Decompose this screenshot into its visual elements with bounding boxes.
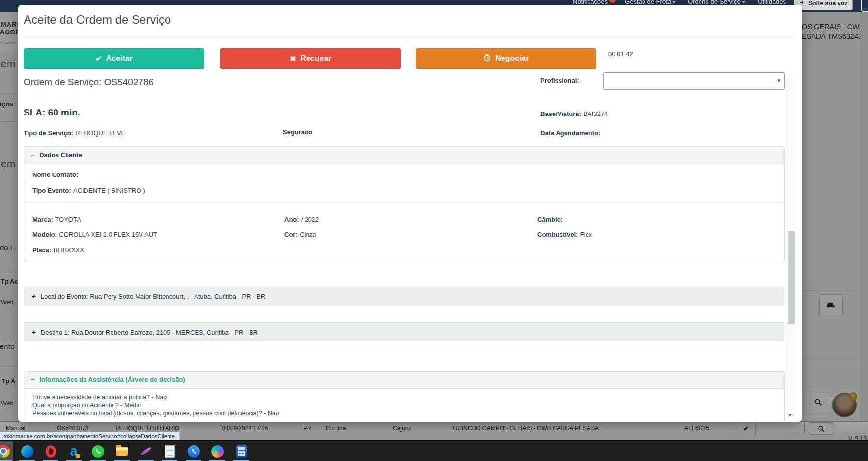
- data-agendamento-field: Data Agendamento:: [540, 128, 600, 137]
- file-explorer-icon: [116, 447, 128, 456]
- session-icon[interactable]: [861, 0, 868, 12]
- taskbar-edge[interactable]: [17, 441, 37, 461]
- modal-scrollbar[interactable]: ▾: [787, 78, 795, 418]
- chrome-icon: [0, 445, 10, 458]
- taskbar-notepad[interactable]: [160, 441, 179, 461]
- notification-badge: [609, 0, 616, 3]
- modelo-field: Modelo: COROLLA XEI 2.0 FLEX 16V AUT: [32, 230, 157, 239]
- order-number: Ordem de Serviço: OS5402786: [24, 77, 154, 87]
- cor-field: Cor: Cinza: [284, 230, 316, 239]
- negotiate-button[interactable]: Negociar: [416, 48, 596, 69]
- placa-field: Placa: RHBXXXX: [32, 245, 84, 254]
- scrollbar-thumb[interactable]: [788, 231, 795, 324]
- modal-title: Aceite da Ordem de Serviço: [24, 13, 171, 27]
- taskbar-phone-app[interactable]: [184, 441, 203, 461]
- blue-a-app-icon: a: [70, 445, 77, 458]
- assistencia-panel: − Informações da Assistência (Árvore de …: [24, 371, 785, 422]
- accept-button[interactable]: ✔ Aceitar: [24, 48, 204, 69]
- assistencia-answers: Houve a necessidade de acionar a polícia…: [32, 393, 279, 418]
- dados-cliente-header[interactable]: − Dados Cliente: [24, 147, 784, 164]
- notepad-icon: [165, 445, 175, 458]
- opera-icon: [46, 445, 56, 458]
- sla-label: SLA: 60 min.: [24, 107, 80, 118]
- taskbar-opera[interactable]: [41, 441, 60, 461]
- service-order-accept-modal: Aceite da Ordem de Serviço ✔ Aceitar ✖ R…: [18, 5, 802, 422]
- divider: [24, 202, 784, 203]
- calculator-icon: [236, 445, 247, 458]
- countdown-timer: 00:01:42: [608, 50, 633, 58]
- taskbar-chrome[interactable]: [0, 441, 13, 461]
- edge-icon: [21, 445, 33, 458]
- chevron-down-icon: ▾: [777, 77, 780, 84]
- taskbar-file-explorer[interactable]: [112, 441, 132, 461]
- professional-select[interactable]: ▾: [603, 72, 785, 90]
- screen: MARIN ADORA A CONFIA em iços em do L Tp …: [0, 0, 868, 461]
- chevron-down-icon: ▾: [673, 0, 675, 5]
- windows-taskbar: a: [0, 440, 868, 461]
- taskbar-feather-app[interactable]: [136, 441, 156, 461]
- chevron-down-icon: ▾: [742, 0, 745, 5]
- expand-plus-icon: +: [32, 292, 36, 300]
- taskbar-whatsapp[interactable]: [88, 441, 108, 461]
- expand-plus-icon: +: [32, 328, 36, 336]
- segurado-label: Segurado: [283, 128, 312, 136]
- assistencia-header[interactable]: − Informações da Assistência (Árvore de …: [24, 372, 784, 389]
- divider: [23, 38, 794, 38]
- dados-cliente-panel: − Dados Cliente Nome Contato: Tipo Event…: [24, 146, 785, 262]
- cross-icon: ✖: [290, 54, 296, 63]
- collapse-minus-icon: −: [31, 376, 35, 383]
- local-evento-collapsed-bar[interactable]: + Local do Evento: Rua Pery Sotto Maior …: [24, 287, 784, 305]
- copilot-icon: [211, 445, 224, 458]
- professional-label: Profissional:: [540, 77, 579, 84]
- scroll-down-icon[interactable]: ▾: [789, 412, 791, 418]
- ano-field: Ano: / 2022: [284, 215, 319, 224]
- refuse-button[interactable]: ✖ Recusar: [220, 48, 401, 69]
- whatsapp-icon: [92, 445, 104, 458]
- taskbar-blue-a-app[interactable]: a: [64, 441, 84, 461]
- voice-button[interactable]: Solte sua voz: [794, 0, 853, 10]
- taskbar-calculator[interactable]: [231, 441, 251, 461]
- tipo-servico-field: Tipo de Serviço: REBOQUE LEVE: [24, 128, 125, 137]
- phone-icon: [188, 445, 200, 458]
- destino-collapsed-bar[interactable]: + Destino 1: Rua Doutor Roberto Barrozo,…: [24, 322, 784, 341]
- tipo-evento-field: Tipo Evento: ACIDENTE ( SINISTRO ): [32, 186, 145, 195]
- feather-icon: [140, 445, 151, 457]
- clock-icon: [483, 54, 491, 64]
- combustivel-field: Combustível: Flex: [537, 230, 592, 239]
- cambio-field: Câmbio:: [537, 215, 563, 224]
- nome-contato-field: Nome Contato:: [32, 170, 78, 179]
- marca-field: Marca: TOYOTA: [32, 215, 81, 224]
- collapse-minus-icon: −: [31, 151, 35, 159]
- base-viatura-field: Base/Viatura: BAI3274: [540, 109, 608, 118]
- check-icon: ✔: [95, 54, 102, 63]
- taskbar-copilot[interactable]: [207, 441, 227, 461]
